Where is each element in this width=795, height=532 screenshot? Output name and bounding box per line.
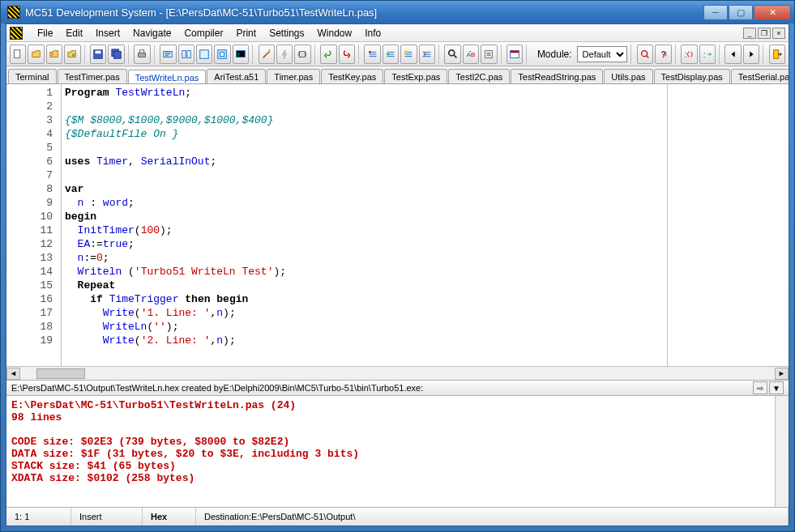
menu-print[interactable]: Print xyxy=(229,26,263,40)
message-line xyxy=(11,423,784,436)
svg-point-16 xyxy=(369,51,371,53)
status-mode: Insert xyxy=(71,508,143,526)
tab-testtimer-pas[interactable]: TestTimer.pas xyxy=(58,69,127,83)
svg-point-1 xyxy=(72,53,75,57)
save-button[interactable] xyxy=(90,45,106,64)
maximize-button[interactable]: ▢ xyxy=(729,5,753,20)
wand-button[interactable] xyxy=(259,45,275,64)
exit-button[interactable] xyxy=(769,45,785,64)
tab-testi2c-pas[interactable]: TestI2C.pas xyxy=(448,69,510,83)
svg-text:B: B xyxy=(471,50,475,57)
open-file-2-button[interactable] xyxy=(46,45,62,64)
module-select[interactable]: Default xyxy=(577,46,628,62)
new-file-button[interactable] xyxy=(10,45,26,64)
help-button[interactable]: ? xyxy=(655,45,671,64)
find-button[interactable] xyxy=(444,45,460,64)
toggle-3-button[interactable] xyxy=(400,45,417,64)
svg-point-17 xyxy=(387,53,389,55)
svg-rect-18 xyxy=(404,50,408,53)
tab-timer-pas[interactable]: Timer.pas xyxy=(267,69,320,83)
menu-button[interactable] xyxy=(481,45,497,64)
messages-dropdown-button[interactable]: ▼ xyxy=(769,381,784,394)
message-line: E:\PersDat\MC-51\Turbo51\TestWriteLn.pas… xyxy=(11,399,784,411)
save-all-button[interactable] xyxy=(108,45,124,64)
goto-button[interactable]: : xyxy=(699,45,716,64)
menu-navigate[interactable]: Navigate xyxy=(126,26,177,40)
tool-d-button[interactable] xyxy=(214,45,230,64)
status-position: 1: 1 xyxy=(6,508,71,526)
terminal-button[interactable] xyxy=(233,45,249,64)
tab-utils-pas[interactable]: Utils.pas xyxy=(604,69,652,83)
calendar-button[interactable] xyxy=(506,45,523,64)
menu-settings[interactable]: Settings xyxy=(263,26,310,40)
tab-testserial-pas[interactable]: TestSerial.pas xyxy=(731,69,789,83)
find-2-button[interactable] xyxy=(637,45,653,64)
svg-rect-24 xyxy=(511,50,519,53)
scroll-thumb[interactable] xyxy=(36,368,85,379)
svg-rect-13 xyxy=(220,52,224,56)
replace-button[interactable]: AB xyxy=(463,45,479,64)
code-area[interactable]: Program TestWriteLn;{$M $8000,$1000,$900… xyxy=(62,84,667,366)
horizontal-scrollbar[interactable]: ◄ ► xyxy=(6,366,789,380)
svg-rect-3 xyxy=(96,50,101,53)
svg-rect-6 xyxy=(139,53,146,57)
toggle-2-button[interactable] xyxy=(383,45,399,64)
mdi-minimize-button[interactable]: _ xyxy=(743,28,756,39)
next-button[interactable] xyxy=(743,45,759,64)
mdi-close-button[interactable]: × xyxy=(772,28,785,39)
undo-button[interactable] xyxy=(320,45,336,64)
status-destination: Destination:E:\PersDat\MC-51\Output\ xyxy=(196,508,789,526)
status-view[interactable]: Hex xyxy=(143,508,196,526)
module-label: Module: xyxy=(537,49,572,60)
minimize-button[interactable]: ─ xyxy=(703,5,728,20)
brackets-button[interactable]: : xyxy=(681,45,697,64)
scroll-left-button[interactable]: ◄ xyxy=(6,368,20,380)
messages-vscroll[interactable] xyxy=(775,396,789,507)
tab-aritest-a51[interactable]: AriTest.a51 xyxy=(207,69,266,83)
open-file-button[interactable] xyxy=(28,45,44,64)
window-title: MC51 Development System - [E:\PersDat\MC… xyxy=(25,6,703,19)
scroll-right-button[interactable]: ► xyxy=(775,368,789,380)
messages-path: E:\PersDat\MC-51\Output\TestWriteLn.hex … xyxy=(11,383,423,393)
prev-button[interactable] xyxy=(724,45,741,64)
menu-file[interactable]: File xyxy=(31,26,59,40)
menu-window[interactable]: Window xyxy=(310,26,358,40)
tab-testexp-pas[interactable]: TestExp.pas xyxy=(384,69,447,83)
message-line: CODE size: $02E3 (739 bytes, $8000 to $8… xyxy=(11,436,784,448)
tab-testkey-pas[interactable]: TestKey.pas xyxy=(321,69,383,83)
svg-rect-9 xyxy=(182,50,185,57)
tool-a-button[interactable] xyxy=(160,45,176,64)
menu-info[interactable]: Info xyxy=(358,26,387,40)
svg-point-25 xyxy=(642,50,648,56)
chip-button[interactable] xyxy=(294,45,310,64)
svg-rect-11 xyxy=(200,49,209,58)
svg-rect-5 xyxy=(113,51,121,58)
tool-c-button[interactable] xyxy=(196,45,212,64)
statusbar: 1: 1 Insert Hex Destination:E:\PersDat\M… xyxy=(6,508,789,526)
tab-testwriteln-pas[interactable]: TestWriteLn.pas xyxy=(128,70,207,84)
message-line: STACK size: $41 (65 bytes) xyxy=(11,460,784,472)
toggle-1-button[interactable] xyxy=(364,45,380,64)
message-line: DATA size: $1F (31 bytes, $20 to $3E, in… xyxy=(11,448,784,460)
messages-panel[interactable]: E:\PersDat\MC-51\Turbo51\TestWriteLn.pas… xyxy=(6,396,789,508)
message-line: XDATA size: $0102 (258 bytes) xyxy=(11,472,784,484)
titlebar[interactable]: MC51 Development System - [E:\PersDat\MC… xyxy=(1,1,794,23)
menu-insert[interactable]: Insert xyxy=(89,26,126,40)
tool-b-button[interactable] xyxy=(178,45,194,64)
tab-testreadstring-pas[interactable]: TestReadString.pas xyxy=(511,69,603,83)
open-file-3-button[interactable] xyxy=(64,45,80,64)
code-editor[interactable]: 12345678910111213141516171819 Program Te… xyxy=(6,84,789,366)
svg-rect-29 xyxy=(773,49,778,58)
messages-goto-button[interactable]: ⇨ xyxy=(753,381,767,394)
tab-terminal[interactable]: Terminal xyxy=(8,69,57,83)
mdi-restore-button[interactable]: ❐ xyxy=(758,28,771,39)
print-button[interactable] xyxy=(134,45,150,64)
menu-edit[interactable]: Edit xyxy=(59,26,89,40)
redo-button[interactable] xyxy=(339,45,355,64)
menubar: FileEditInsertNavigateCompilerPrintSetti… xyxy=(6,24,789,42)
toggle-4-button[interactable] xyxy=(419,45,435,64)
flash-button[interactable] xyxy=(276,45,293,64)
menu-compiler[interactable]: Compiler xyxy=(177,26,229,40)
close-button[interactable]: ✕ xyxy=(754,5,791,20)
tab-testdisplay-pas[interactable]: TestDisplay.pas xyxy=(654,69,730,83)
